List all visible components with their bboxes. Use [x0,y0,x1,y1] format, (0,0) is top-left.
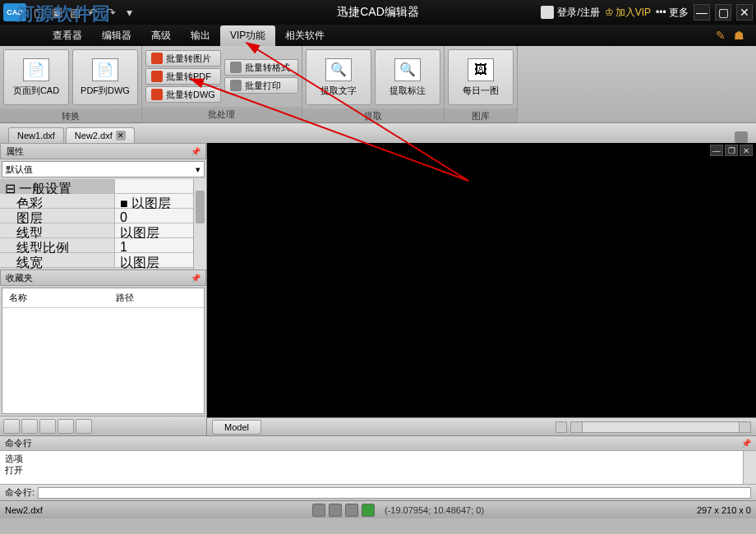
properties-table: ⊟ 一般设置 色彩■ 以图层图层0线型以图层线型比例1线宽以图层 [0,179,206,269]
favorites-toolbar [0,416,206,435]
scrollbar[interactable] [193,179,206,269]
menu-item-4[interactable]: VIP功能 [220,25,275,46]
pen-icon[interactable]: ✎ [716,29,726,42]
scrollbar-thumb[interactable] [196,191,205,223]
statusbar: New2.dxf (-19.07954; 10.48647; 0) 297 x … [0,500,756,518]
properties-dropdown[interactable]: 默认值▾ [2,161,205,177]
menu-item-0[interactable]: 查看器 [43,25,92,46]
menubar: 查看器编辑器高级输出VIP功能相关软件 ✎ ☗ [0,25,756,46]
status-icon-2[interactable] [329,504,342,517]
doc-icon [151,71,163,82]
menu-item-3[interactable]: 输出 [181,25,220,46]
status-filename: New2.dxf [5,505,43,515]
fav-btn-3[interactable] [39,419,56,434]
group-label: 提取 [302,108,444,124]
batch-to-dwg-button[interactable]: 批量转DWG [145,86,221,103]
btn-label: 批量转DWG [166,89,215,101]
canvas-area: — ❐ ✕ Model [207,143,756,435]
login-label: 登录/注册 [557,6,599,20]
doc-icon [230,62,242,73]
cmd-line: 选项 [5,453,751,464]
vip-button[interactable]: ♔ 加入VIP [605,6,651,20]
cmd-line: 打开 [5,464,751,476]
property-row[interactable]: 线宽以图层 [0,253,206,268]
btn-label: 页面到CAD [13,85,59,97]
minimize-button[interactable]: — [694,4,710,21]
drawing-canvas[interactable]: — ❐ ✕ [207,143,756,417]
app-title: 迅捷CAD编辑器 [337,5,419,20]
batch-to-pdf-button[interactable]: 批量转PDF [145,68,221,85]
fav-btn-2[interactable] [21,419,38,434]
favorites-header: 收藏夹📌 [0,269,206,286]
pin-icon[interactable]: 📌 [191,274,201,283]
canvas-minimize-icon[interactable]: — [710,145,723,156]
menu-item-1[interactable]: 编辑器 [92,25,141,46]
pdf-to-dwg-button[interactable]: 📄PDF到DWG [72,49,138,105]
group-label: 批处理 [142,107,302,122]
fav-btn-4[interactable] [58,419,74,434]
ribbon: 📄页面到CAD 📄PDF到DWG 转换 批量转图片 批量转PDF 批量转DWG … [0,46,756,123]
col-path[interactable]: 路径 [109,288,141,307]
extract-text-button[interactable]: 🔍提取文字 [306,49,371,105]
status-icon-3[interactable] [345,504,358,517]
qat-dropdown-icon[interactable]: ▾ [122,5,136,20]
model-tab[interactable]: Model [212,420,261,435]
property-row[interactable]: 线型以图层 [0,223,206,238]
group-label: 图库 [445,108,517,124]
batch-to-image-button[interactable]: 批量转图片 [145,50,221,67]
maximize-button[interactable]: ▢ [715,4,731,21]
login-button[interactable]: 登录/注册 [541,6,599,20]
chevron-down-icon: ▾ [196,164,201,175]
fav-btn-1[interactable] [3,419,20,434]
canvas-restore-icon[interactable]: ❐ [725,145,738,156]
batch-print-button[interactable]: 批量打印 [224,77,298,94]
scroll-dropdown-icon[interactable] [555,421,567,433]
hat-icon[interactable]: ☗ [734,29,744,42]
model-bar: Model [207,417,756,435]
doc-icon [151,53,163,64]
ribbon-group-gallery: 🖼每日一图 图库 [445,46,518,122]
command-prompt: 命令行: [5,486,35,499]
property-row[interactable]: 线型比例1 [0,238,206,253]
extract-annotation-button[interactable]: 🔍提取标注 [375,49,440,105]
command-input[interactable] [38,487,751,499]
more-button[interactable]: ••• 更多 [656,6,689,20]
main-area: 属性📌 默认值▾ ⊟ 一般设置 色彩■ 以图层图层0线型以图层线型比例1线宽以图… [0,143,756,435]
daily-image-button[interactable]: 🖼每日一图 [448,49,514,105]
group-label: 转换 [0,108,141,124]
tab-close-icon[interactable]: ✕ [116,131,126,140]
left-panel: 属性📌 默认值▾ ⊟ 一般设置 色彩■ 以图层图层0线型以图层线型比例1线宽以图… [0,143,207,435]
command-history: 选项 打开 [0,451,756,484]
tabs-expand-icon[interactable] [735,131,748,143]
header-label: 属性 [6,145,24,158]
col-name[interactable]: 名称 [2,288,109,307]
fav-btn-5[interactable] [76,419,92,434]
btn-label: 批量转图片 [166,53,211,65]
menu-item-2[interactable]: 高级 [141,25,181,46]
btn-label: 提取标注 [390,85,426,97]
pin-icon[interactable]: 📌 [741,439,751,448]
btn-label: 批量转格式 [245,62,290,74]
scrollbar[interactable] [743,451,756,484]
status-icon-1[interactable] [312,504,325,517]
dropdown-value: 默认值 [6,163,33,176]
property-row[interactable]: 图层0 [0,209,206,223]
btn-label: 批量打印 [245,80,281,92]
property-row[interactable]: 色彩■ 以图层 [0,194,206,209]
avatar-icon [541,6,554,19]
close-button[interactable]: ✕ [736,4,753,21]
ribbon-group-batch: 批量转图片 批量转PDF 批量转DWG 批量转格式 批量打印 批处理 [142,46,302,122]
pin-icon[interactable]: 📌 [191,147,201,156]
status-icon-4[interactable] [362,504,375,517]
section-header[interactable]: ⊟ 一般设置 [0,179,115,193]
ribbon-group-convert: 📄页面到CAD 📄PDF到DWG 转换 [0,46,142,122]
canvas-close-icon[interactable]: ✕ [740,145,753,156]
btn-label: 提取文字 [320,85,357,97]
document-tab-1[interactable]: New2.dxf✕ [66,127,135,143]
vip-label: 加入VIP [615,6,651,20]
batch-format-button[interactable]: 批量转格式 [224,59,298,76]
document-tab-0[interactable]: New1.dxf [8,127,64,143]
menu-item-5[interactable]: 相关软件 [275,25,334,46]
horizontal-scrollbar[interactable] [570,421,751,433]
page-to-cad-button[interactable]: 📄页面到CAD [3,49,69,105]
